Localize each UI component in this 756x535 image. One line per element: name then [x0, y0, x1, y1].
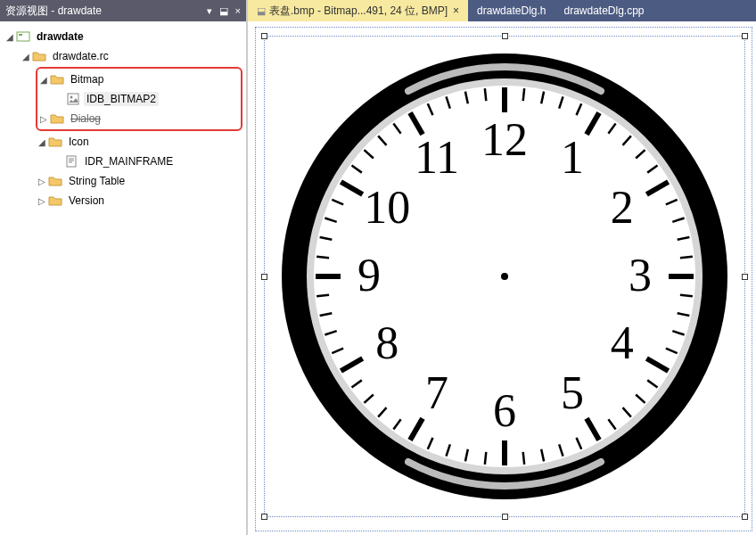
tree-label: IDR_MAINFRAME — [82, 154, 176, 169]
expand-toggle[interactable]: ◢ — [36, 137, 48, 147]
folder-icon — [50, 72, 64, 86]
tree-node-bitmap[interactable]: ◢ Bitmap — [37, 70, 241, 89]
svg-text:4: 4 — [611, 317, 634, 368]
tab-label: drawdateDlg.h — [477, 4, 546, 17]
svg-text:8: 8 — [375, 317, 399, 368]
project-icon — [16, 29, 30, 44]
tab-dlg-cpp[interactable]: drawdateDlg.cpp — [555, 0, 653, 21]
tree-node-idr-mainframe[interactable]: IDR_MAINFRAME — [52, 152, 242, 171]
tree-node-idb-bitmap2[interactable]: IDB_BITMAP2 — [53, 89, 241, 109]
resize-handle[interactable] — [502, 33, 508, 39]
dropdown-icon[interactable]: ▾ — [207, 5, 212, 17]
tree-label: drawdate — [34, 29, 86, 44]
svg-text:5: 5 — [561, 367, 584, 418]
svg-line-39 — [485, 452, 486, 465]
expand-toggle[interactable]: ◢ — [37, 75, 50, 85]
svg-line-22 — [680, 257, 693, 258]
editor-area: ⬓ 表盘.bmp - Bitmap...491, 24 位, BMP] × dr… — [248, 0, 756, 535]
resize-handle[interactable] — [261, 33, 267, 39]
bitmap-icon — [66, 92, 80, 106]
svg-rect-2 — [68, 94, 78, 104]
tree-node-icon[interactable]: ◢ Icon — [36, 132, 242, 152]
close-icon[interactable]: × — [235, 5, 241, 16]
tree-label: Version — [66, 193, 107, 208]
pin-icon: ⬓ — [257, 5, 266, 17]
sidebar-title: 资源视图 - drawdate — [5, 4, 207, 19]
svg-text:2: 2 — [611, 182, 634, 233]
svg-line-37 — [523, 452, 524, 465]
tree-node-stringtable[interactable]: ▷ String Table — [36, 171, 242, 191]
tab-dlg-h[interactable]: drawdateDlg.h — [468, 0, 555, 21]
svg-text:3: 3 — [629, 250, 652, 300]
svg-text:7: 7 — [425, 367, 448, 418]
folder-icon — [48, 174, 62, 188]
folder-icon — [48, 135, 62, 149]
svg-line-67 — [485, 88, 486, 101]
svg-rect-0 — [17, 32, 29, 41]
svg-line-9 — [523, 88, 524, 101]
highlight-annotation: ◢ Bitmap IDB_BITMAP2 — [36, 67, 242, 131]
tree-label: Icon — [66, 135, 92, 149]
svg-text:9: 9 — [357, 250, 381, 300]
svg-text:1: 1 — [561, 132, 584, 183]
folder-icon — [32, 49, 46, 63]
svg-rect-1 — [19, 34, 22, 36]
resize-handle[interactable] — [742, 514, 748, 520]
sidebar-header: 资源视图 - drawdate ▾ ⬓ × — [0, 0, 246, 21]
svg-line-54 — [316, 257, 329, 258]
expand-toggle[interactable]: ▷ — [36, 177, 48, 186]
expand-toggle[interactable]: ▷ — [37, 114, 50, 124]
tree-node-dialog[interactable]: ▷ Dialog — [37, 109, 241, 128]
bitmap-editor-canvas[interactable]: 121234567891011 — [248, 21, 756, 535]
expand-toggle[interactable]: ◢ — [4, 32, 16, 42]
svg-line-52 — [316, 295, 329, 296]
clock-bitmap: 121234567891011 — [275, 46, 735, 506]
tree-label: Bitmap — [68, 72, 106, 86]
tree-root[interactable]: ◢ drawdate — [4, 27, 242, 46]
tree-node-rc[interactable]: ◢ drawdate.rc — [20, 46, 242, 66]
tab-label: drawdateDlg.cpp — [563, 4, 644, 17]
svg-text:12: 12 — [481, 114, 528, 165]
resize-handle[interactable] — [261, 514, 267, 520]
svg-point-3 — [70, 96, 73, 99]
tree-label: Dialog — [68, 111, 103, 126]
tree-label: String Table — [66, 174, 127, 188]
svg-text:10: 10 — [364, 182, 410, 233]
pin-icon[interactable]: ⬓ — [219, 5, 228, 17]
tree-label: IDB_BITMAP2 — [84, 92, 159, 106]
tree-node-version[interactable]: ▷ Version — [36, 191, 242, 210]
tab-bar: ⬓ 表盘.bmp - Bitmap...491, 24 位, BMP] × dr… — [248, 0, 756, 21]
close-icon[interactable]: × — [453, 4, 459, 17]
svg-line-24 — [680, 295, 693, 296]
resize-handle[interactable] — [261, 274, 267, 280]
tree-label: drawdate.rc — [50, 49, 111, 63]
svg-point-80 — [501, 273, 508, 280]
tab-label: 表盘.bmp - Bitmap...491, 24 位, BMP] — [269, 4, 448, 19]
resource-view-panel: 资源视图 - drawdate ▾ ⬓ × ◢ drawdate ◢ drawd… — [0, 0, 248, 535]
expand-toggle[interactable]: ◢ — [20, 52, 32, 62]
resize-handle[interactable] — [742, 274, 748, 280]
svg-text:6: 6 — [493, 385, 516, 436]
expand-toggle[interactable]: ▷ — [36, 196, 48, 206]
file-icon — [64, 154, 78, 169]
folder-icon — [50, 111, 64, 126]
folder-icon — [48, 193, 62, 208]
svg-text:11: 11 — [415, 132, 459, 183]
tab-bitmap[interactable]: ⬓ 表盘.bmp - Bitmap...491, 24 位, BMP] × — [248, 0, 468, 21]
svg-rect-4 — [67, 156, 76, 167]
resize-handle[interactable] — [502, 514, 508, 520]
resource-tree: ◢ drawdate ◢ drawdate.rc ◢ — [0, 21, 246, 535]
resize-handle[interactable] — [742, 33, 748, 39]
